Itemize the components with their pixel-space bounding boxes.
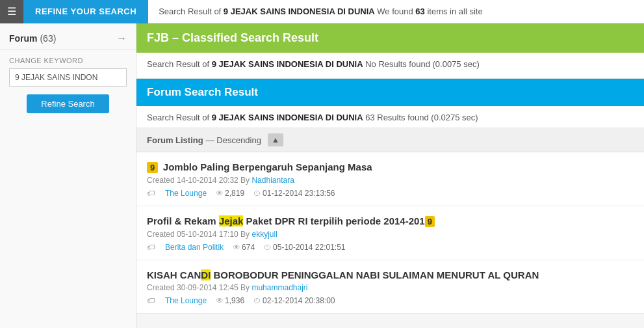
- views-count: 1,936: [225, 296, 244, 305]
- forum-listing-bar: Forum Listing — Descending ▲: [136, 128, 644, 152]
- listing-label: Forum Listing: [147, 135, 203, 145]
- tag-icon: 🏷: [147, 296, 155, 305]
- sort-arrow-button[interactable]: ▲: [268, 133, 283, 146]
- forum-query: 9 JEJAK SAINS INDONESIA DI DUNIA: [212, 113, 363, 122]
- result-author-link[interactable]: muhammadhajri: [251, 283, 307, 292]
- tag-icon: 🏷: [147, 243, 155, 252]
- result-tag-link[interactable]: The Lounge: [165, 189, 207, 198]
- hamburger-button[interactable]: ☰: [0, 0, 23, 23]
- forum-prefix: Search Result of: [147, 113, 212, 122]
- clock-icon: ⏲: [253, 189, 261, 198]
- fjb-suffix: No Results found (0.0075 sec): [363, 59, 480, 69]
- result-title: KISAH CANDI BOROBODUR PENINGGALAN NABI S…: [147, 269, 539, 280]
- refine-your-search-button[interactable]: REFINE YOUR SEARCH: [23, 0, 148, 23]
- result-meta: 🏷 The Lounge 👁 1,936 ⏲ 02-12-2014 20:38:…: [147, 296, 634, 305]
- views-count: 2,819: [225, 189, 244, 198]
- highlight-text: DI: [201, 269, 211, 280]
- eye-icon: 👁: [216, 296, 224, 305]
- content-area: FJB – Classified Search Result Search Re…: [136, 23, 644, 314]
- result-created: Created 30-09-2014 12:45 By muhammadhajr…: [147, 283, 634, 292]
- keyword-input[interactable]: [9, 68, 127, 87]
- forum-search-body: Search Result of 9 JEJAK SAINS INDONESIA…: [136, 106, 644, 128]
- sidebar-forum-label: Forum (63): [9, 33, 56, 44]
- result-tag-link[interactable]: Berita dan Politik: [165, 243, 224, 252]
- fjb-query: 9 JEJAK SAINS INDONESIA DI DUNIA: [212, 59, 363, 69]
- sidebar-forum-count: (63): [40, 33, 56, 44]
- views-group: 👁 674: [233, 243, 255, 252]
- sidebar-arrow-icon[interactable]: →: [116, 33, 127, 44]
- tag-icon: 🏷: [147, 189, 155, 198]
- sidebar-forum-row: Forum (63) →: [0, 23, 136, 50]
- result-title: Profil & Rekam Jejak Paket DPR RI terpil…: [147, 215, 437, 226]
- result-title-line: 9 Jomblo Paling Berpengaruh Sepanjang Ma…: [147, 161, 634, 173]
- last-post-date: 01-12-2014 23:13:56: [263, 189, 335, 198]
- clock-icon: ⏲: [253, 296, 261, 305]
- result-title-line: KISAH CANDI BOROBODUR PENINGGALAN NABI S…: [147, 269, 634, 280]
- eye-icon: 👁: [216, 189, 224, 198]
- result-created: Created 14-10-2014 20:32 By Nadhiantara: [147, 176, 634, 185]
- search-prefix-text: Search Result of: [159, 7, 224, 16]
- views-group: 👁 2,819: [216, 189, 244, 198]
- refine-search-button[interactable]: Refine Search: [27, 94, 109, 113]
- forum-search-header: Forum Search Result: [136, 79, 644, 106]
- result-author-link[interactable]: ekkyjull: [251, 230, 277, 239]
- fjb-prefix: Search Result of: [147, 59, 212, 69]
- date-group: ⏲ 05-10-2014 22:01:51: [264, 243, 345, 252]
- result-item: 9 Jomblo Paling Berpengaruh Sepanjang Ma…: [136, 152, 644, 206]
- eye-icon: 👁: [233, 243, 240, 252]
- change-keyword-label: CHANGE KEYWORD: [0, 50, 136, 68]
- views-group: 👁 1,936: [216, 296, 244, 305]
- search-count-text: 63: [415, 7, 424, 16]
- date-group: ⏲ 01-12-2014 23:13:56: [253, 189, 335, 198]
- last-post-date: 05-10-2014 22:01:51: [273, 243, 345, 252]
- highlight-number: 9: [425, 216, 435, 227]
- result-number-badge: 9: [147, 162, 158, 173]
- result-meta: 🏷 The Lounge 👁 2,819 ⏲ 01-12-2014 23:13:…: [147, 189, 634, 198]
- fjb-header: FJB – Classified Search Result: [136, 23, 644, 53]
- highlight-text: Jejak: [219, 215, 244, 226]
- date-group: ⏲ 02-12-2014 20:38:00: [253, 296, 335, 305]
- search-suffix2-text: items in all site: [425, 7, 483, 16]
- search-suffix-text: We found: [375, 7, 416, 16]
- search-query-text: 9 JEJAK SAINS INDONESIA DI DUNIA: [224, 7, 375, 16]
- result-tag-link[interactable]: The Lounge: [165, 296, 207, 305]
- result-item: KISAH CANDI BOROBODUR PENINGGALAN NABI S…: [136, 260, 644, 314]
- clock-icon: ⏲: [264, 243, 272, 252]
- result-created: Created 05-10-2014 17:10 By ekkyjull: [147, 230, 634, 239]
- search-result-summary: Search Result of 9 JEJAK SAINS INDONESIA…: [148, 7, 483, 16]
- views-count: 674: [242, 243, 255, 252]
- result-title: Jomblo Paling Berpengaruh Sepanjang Masa: [163, 161, 372, 172]
- result-title-line: Profil & Rekam Jejak Paket DPR RI terpil…: [147, 215, 634, 227]
- sidebar: Forum (63) → CHANGE KEYWORD Refine Searc…: [0, 23, 136, 328]
- result-author-link[interactable]: Nadhiantara: [251, 176, 294, 185]
- result-meta: 🏷 Berita dan Politik 👁 674 ⏲ 05-10-2014 …: [147, 243, 634, 252]
- sort-label: — Descending: [206, 135, 261, 145]
- fjb-body: Search Result of 9 JEJAK SAINS INDONESIA…: [136, 53, 644, 79]
- result-item: Profil & Rekam Jejak Paket DPR RI terpil…: [136, 206, 644, 260]
- forum-suffix: 63 Results found (0.0275 sec): [363, 113, 478, 122]
- last-post-date: 02-12-2014 20:38:00: [263, 296, 335, 305]
